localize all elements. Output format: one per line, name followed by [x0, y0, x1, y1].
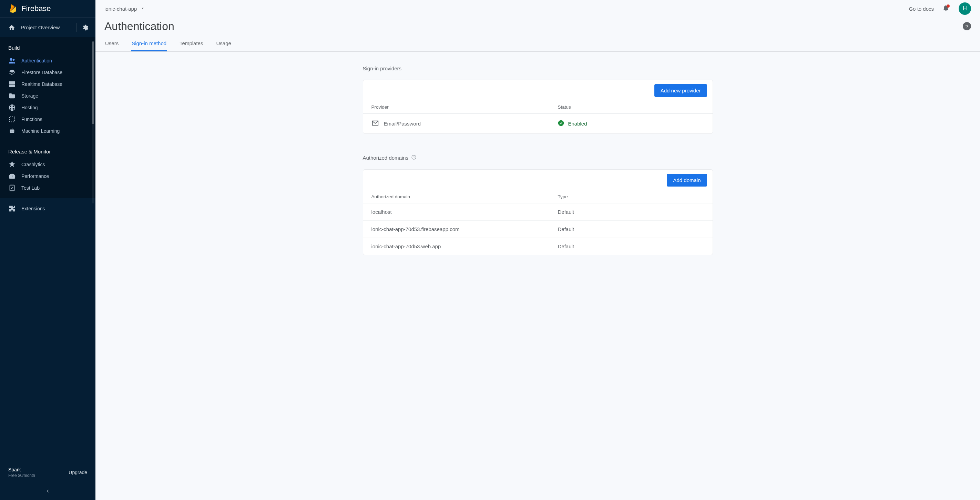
- sidebar-item-functions[interactable]: Functions: [0, 113, 95, 125]
- sidebar-item-crashlytics[interactable]: Crashlytics: [0, 159, 95, 170]
- firebase-wordmark: Firebase: [21, 4, 51, 13]
- domains-section-title: Authorized domains ?: [363, 155, 713, 161]
- nav-group-build: Authentication Firestore Database Realti…: [0, 55, 95, 141]
- gauge-icon: [8, 173, 16, 180]
- globe-icon: [8, 104, 16, 111]
- svg-rect-6: [10, 129, 14, 133]
- section-header-build[interactable]: Build: [0, 37, 95, 55]
- check-circle-icon: [558, 120, 565, 128]
- go-to-docs-link[interactable]: Go to docs: [909, 6, 934, 12]
- section-header-release[interactable]: Release & Monitor: [0, 141, 95, 159]
- project-selector[interactable]: ionic-chat-app: [104, 6, 145, 12]
- people-icon: [8, 57, 16, 64]
- layers-icon: [8, 69, 16, 76]
- sidebar-item-rtdb[interactable]: Realtime Database: [0, 78, 95, 90]
- col-authorized-domain: Authorized domain: [371, 194, 558, 199]
- notification-dot: [947, 5, 950, 8]
- add-domain-button[interactable]: Add domain: [667, 174, 707, 187]
- sidebar-scrollbar[interactable]: [92, 42, 94, 203]
- provider-status: Enabled: [568, 121, 587, 126]
- col-status: Status: [558, 104, 704, 110]
- checklist-icon: [8, 184, 16, 192]
- folder-icon: [8, 92, 16, 100]
- domain-value: localhost: [371, 209, 558, 215]
- tab-templates[interactable]: Templates: [179, 40, 204, 51]
- caret-down-icon: [140, 6, 145, 12]
- puzzle-icon: [8, 205, 16, 212]
- avatar[interactable]: H: [959, 2, 971, 15]
- sidebar-item-hosting[interactable]: Hosting: [0, 102, 95, 113]
- topbar: ionic-chat-app Go to docs H: [95, 0, 980, 17]
- sidebar-item-label: Crashlytics: [21, 162, 45, 167]
- project-name-label: ionic-chat-app: [104, 6, 137, 12]
- gear-icon[interactable]: [82, 24, 89, 31]
- provider-row[interactable]: Email/Password Enabled: [363, 113, 713, 133]
- domain-row[interactable]: ionic-chat-app-70d53.firebaseapp.com Def…: [363, 220, 713, 238]
- sidebar-item-testlab[interactable]: Test Lab: [0, 182, 95, 194]
- sidebar: Firebase Project Overview Build Authenti…: [0, 0, 95, 500]
- providers-section-title: Sign-in providers: [363, 65, 713, 71]
- help-button[interactable]: ?: [963, 22, 971, 30]
- sidebar-item-performance[interactable]: Performance: [0, 170, 95, 182]
- sidebar-item-firestore[interactable]: Firestore Database: [0, 67, 95, 78]
- domains-table-head: Authorized domain Type: [363, 191, 713, 203]
- mail-icon: [371, 119, 379, 128]
- page-header: Authentication ?: [95, 17, 980, 33]
- database-icon: [8, 80, 16, 88]
- sidebar-item-extensions[interactable]: Extensions: [0, 198, 95, 219]
- chevron-left-icon: [45, 488, 51, 495]
- svg-rect-2: [9, 81, 15, 84]
- domain-type: Default: [558, 209, 704, 215]
- svg-text:?: ?: [413, 156, 415, 159]
- sidebar-item-label: Realtime Database: [21, 81, 62, 87]
- sidebar-item-label: Performance: [21, 173, 49, 179]
- svg-point-0: [10, 58, 13, 61]
- firebase-logo[interactable]: Firebase: [0, 0, 95, 17]
- svg-rect-5: [10, 117, 15, 122]
- sidebar-item-label: Test Lab: [21, 185, 40, 191]
- domains-card: Add domain Authorized domain Type localh…: [363, 169, 713, 255]
- domain-value: ionic-chat-app-70d53.firebaseapp.com: [371, 226, 558, 232]
- sidebar-item-label: Hosting: [21, 105, 38, 110]
- sidebar-item-label: Extensions: [21, 206, 45, 211]
- svg-point-10: [558, 120, 564, 126]
- col-provider: Provider: [371, 104, 558, 110]
- domain-row[interactable]: ionic-chat-app-70d53.web.app Default: [363, 238, 713, 255]
- plan-row: Spark Free $0/month Upgrade: [0, 462, 95, 483]
- nav-group-release: Crashlytics Performance Test Lab: [0, 159, 95, 198]
- sidebar-item-ml[interactable]: Machine Learning: [0, 125, 95, 137]
- page-title: Authentication: [104, 20, 971, 33]
- providers-card: Add new provider Provider Status Email/P…: [363, 80, 713, 134]
- home-icon: [8, 24, 15, 31]
- project-overview-row[interactable]: Project Overview: [0, 17, 95, 37]
- sidebar-item-storage[interactable]: Storage: [0, 90, 95, 102]
- svg-point-1: [13, 59, 15, 61]
- plan-sub: Free $0/month: [8, 473, 35, 478]
- main: ionic-chat-app Go to docs H Authenticati…: [95, 0, 980, 500]
- sidebar-item-label: Machine Learning: [21, 128, 60, 134]
- svg-point-7: [11, 131, 12, 132]
- tab-sign-in-method[interactable]: Sign-in method: [131, 40, 167, 51]
- crash-icon: [8, 161, 16, 168]
- domain-type: Default: [558, 243, 704, 249]
- functions-icon: [8, 115, 16, 123]
- domain-type: Default: [558, 226, 704, 232]
- notifications-button[interactable]: [942, 4, 950, 13]
- info-icon[interactable]: ?: [411, 155, 417, 161]
- sidebar-item-label: Functions: [21, 117, 42, 122]
- svg-rect-3: [9, 85, 15, 87]
- col-type: Type: [558, 194, 704, 199]
- tab-usage[interactable]: Usage: [215, 40, 232, 51]
- robot-icon: [8, 127, 16, 135]
- tabs: Users Sign-in method Templates Usage: [95, 33, 980, 52]
- upgrade-button[interactable]: Upgrade: [68, 470, 87, 475]
- provider-name: Email/Password: [384, 121, 421, 126]
- firebase-flame-icon: [8, 3, 17, 14]
- add-provider-button[interactable]: Add new provider: [654, 84, 707, 97]
- sidebar-item-authentication[interactable]: Authentication: [0, 55, 95, 67]
- tab-users[interactable]: Users: [104, 40, 119, 51]
- collapse-sidebar-button[interactable]: [0, 483, 95, 500]
- sidebar-item-label: Authentication: [21, 58, 52, 64]
- scrollbar-thumb[interactable]: [92, 42, 94, 124]
- domain-row[interactable]: localhost Default: [363, 203, 713, 220]
